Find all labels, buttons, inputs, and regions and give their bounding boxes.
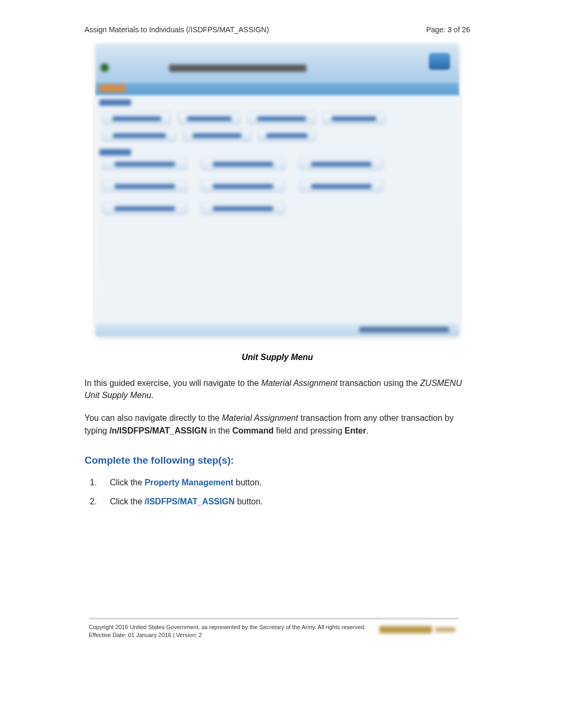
- step-number: 1.: [85, 478, 110, 487]
- step-list: 1. Click the Property Management button.…: [85, 478, 470, 506]
- doc-title: Assign Materials to Individuals (/ISDFPS…: [85, 25, 269, 34]
- sap-status-bar: [95, 323, 460, 337]
- sap-body: [95, 96, 460, 323]
- sap-logo-icon: [429, 53, 450, 70]
- page-header: Assign Materials to Individuals (/ISDFPS…: [85, 25, 470, 34]
- sap-screenshot: [95, 43, 460, 337]
- footer-divider: [89, 618, 459, 619]
- step-text: Click the Property Management button.: [110, 478, 470, 487]
- intro-paragraph-2: You can also navigate directly to the Ma…: [85, 412, 470, 436]
- property-management-link: Property Management: [145, 478, 233, 487]
- sap-title-bar: [95, 81, 460, 96]
- page-number: Page: 3 of 26: [426, 25, 470, 34]
- mat-assign-link: /ISDFPS/MAT_ASSIGN: [145, 497, 235, 506]
- sap-toolbar: [95, 43, 460, 81]
- footer-logo: [379, 623, 459, 636]
- list-item: 1. Click the Property Management button.: [85, 478, 470, 487]
- section-title: Complete the following step(s):: [85, 455, 470, 466]
- footer-text: Copyright 2016 United States Government,…: [89, 623, 366, 640]
- intro-paragraph-1: In this guided exercise, you will naviga…: [85, 377, 470, 401]
- step-text: Click the /ISDFPS/MAT_ASSIGN button.: [110, 497, 470, 506]
- screenshot-caption: Unit Supply Menu: [85, 353, 470, 362]
- list-item: 2. Click the /ISDFPS/MAT_ASSIGN button.: [85, 497, 470, 506]
- page-footer: Copyright 2016 United States Government,…: [89, 618, 459, 640]
- step-number: 2.: [85, 497, 110, 506]
